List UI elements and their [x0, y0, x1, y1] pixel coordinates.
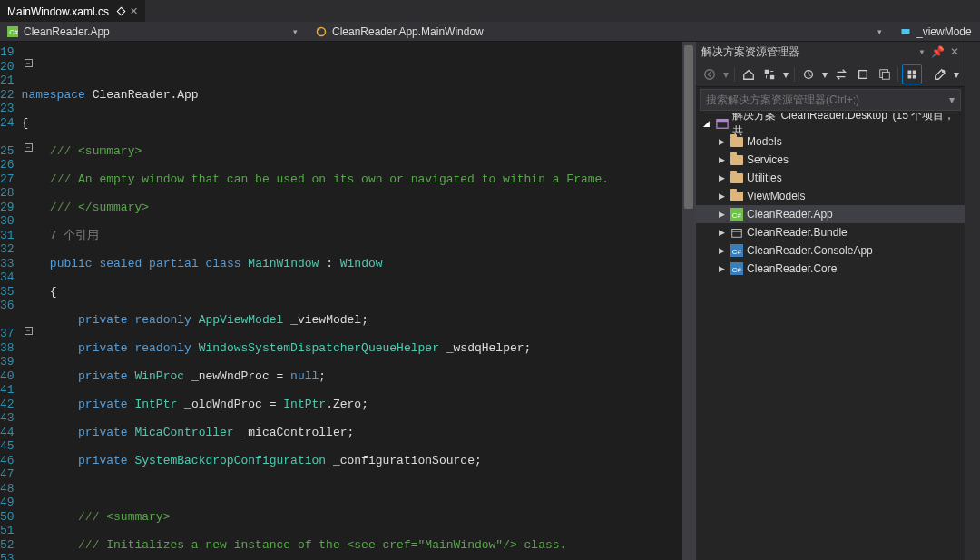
solution-tree[interactable]: ◢ 解决方案 'CleanReader.Desktop' (15 个项目，共 ▶…: [696, 113, 965, 560]
sync-with-active-document-icon[interactable]: [831, 64, 851, 84]
tree-folder[interactable]: ▶ Services: [696, 151, 965, 169]
expand-toggle[interactable]: ▶: [716, 155, 727, 164]
svg-rect-11: [882, 72, 889, 79]
tab-label: MainWindow.xaml.cs: [7, 5, 109, 18]
expand-toggle[interactable]: ▶: [716, 173, 727, 182]
dropdown-icon[interactable]: ▾: [952, 64, 961, 84]
svg-rect-21: [732, 230, 742, 238]
package-project-icon: [730, 226, 743, 239]
collapse-all-icon[interactable]: [875, 64, 895, 84]
pin-icon[interactable]: [117, 7, 126, 16]
folder-icon: [730, 192, 743, 201]
svg-rect-12: [908, 70, 912, 74]
folder-icon: [730, 155, 743, 165]
dropdown-icon[interactable]: ▾: [949, 93, 955, 106]
search-input[interactable]: [706, 93, 949, 106]
dropdown-icon[interactable]: ▾: [820, 64, 829, 84]
expand-toggle[interactable]: ◢: [701, 119, 712, 128]
dropdown-icon[interactable]: ▾: [781, 64, 790, 84]
library-project-icon: C#: [730, 262, 743, 275]
expand-toggle[interactable]: ▶: [716, 192, 727, 201]
svg-rect-7: [770, 74, 774, 78]
home-icon[interactable]: [739, 64, 759, 84]
tree-folder[interactable]: ▶ ViewModels: [696, 187, 965, 205]
svg-rect-9: [858, 70, 867, 78]
panel-title-bar[interactable]: 解决方案资源管理器 ▼ 📌 ✕: [696, 42, 965, 62]
pending-changes-filter-icon[interactable]: [799, 64, 818, 84]
dropdown-icon[interactable]: ▾: [721, 64, 730, 84]
svg-rect-6: [765, 69, 769, 73]
class-icon: [316, 26, 327, 37]
show-all-files-icon[interactable]: [902, 64, 922, 84]
tree-folder[interactable]: ▶ Utilities: [696, 169, 965, 187]
tree-project[interactable]: ▶ C# CleanReader.ConsoleApp: [696, 241, 965, 260]
csharp-project-icon: C#: [730, 208, 743, 221]
svg-point-16: [942, 69, 946, 73]
solution-node[interactable]: ◢ 解决方案 'CleanReader.Desktop' (15 个项目，共: [696, 114, 965, 133]
close-icon[interactable]: ✕: [130, 5, 138, 17]
field-icon: [900, 26, 911, 37]
svg-text:C#: C#: [732, 248, 742, 256]
refresh-icon[interactable]: [853, 64, 873, 84]
panel-title: 解决方案资源管理器: [701, 44, 799, 60]
chevron-down-icon[interactable]: ▾: [289, 27, 301, 36]
navigation-bar: C# CleanReader.App ▾ CleanReader.App.Mai…: [0, 22, 980, 42]
code-content[interactable]: namespace CleanReader.App { /// <summary…: [22, 42, 695, 560]
svg-text:C#: C#: [732, 211, 742, 220]
nav-member[interactable]: _viewMode: [893, 22, 980, 41]
svg-rect-14: [908, 74, 912, 78]
close-icon[interactable]: ✕: [950, 45, 959, 58]
auto-hide-pin-icon[interactable]: 📌: [931, 45, 945, 58]
expand-toggle[interactable]: ▶: [716, 264, 727, 273]
svg-text:C#: C#: [9, 28, 18, 36]
document-tab[interactable]: MainWindow.xaml.cs ✕: [0, 0, 145, 22]
collapsed-panels-strip[interactable]: [965, 42, 980, 560]
chevron-down-icon[interactable]: ▾: [873, 27, 886, 36]
expand-toggle[interactable]: ▶: [716, 137, 727, 146]
csharp-project-icon: C#: [7, 26, 18, 37]
code-editor[interactable]: 19 20 21 22 23 24 25 26 27 28 29 30 31 3…: [0, 42, 695, 560]
solution-icon: [716, 117, 729, 130]
folder-icon: [730, 137, 743, 147]
document-tab-bar: MainWindow.xaml.cs ✕: [0, 0, 980, 22]
properties-icon[interactable]: [930, 64, 950, 84]
switch-views-icon[interactable]: [760, 64, 780, 84]
svg-rect-4: [902, 29, 910, 34]
svg-point-3: [318, 27, 320, 30]
tree-project[interactable]: ▶ CleanReader.Bundle: [696, 223, 965, 241]
solution-explorer-panel: 解决方案资源管理器 ▼ 📌 ✕ ▾ ▾ ▾: [695, 42, 965, 560]
expand-toggle[interactable]: ▶: [716, 210, 727, 219]
svg-point-5: [705, 69, 715, 79]
svg-rect-13: [913, 70, 916, 74]
expand-toggle[interactable]: ▶: [716, 246, 727, 255]
nav-class[interactable]: CleanReader.App.MainWindow ▾: [309, 22, 893, 41]
tree-project[interactable]: ▶ C# CleanReader.App: [696, 205, 965, 223]
back-icon[interactable]: [700, 64, 720, 84]
expand-toggle[interactable]: ▶: [716, 228, 727, 237]
svg-rect-18: [717, 120, 728, 123]
svg-text:C#: C#: [732, 266, 742, 274]
console-project-icon: C#: [730, 244, 743, 257]
window-position-icon[interactable]: ▼: [918, 48, 926, 56]
tree-project[interactable]: ▶ C# CleanReader.Core: [696, 260, 965, 278]
panel-search[interactable]: ▾: [700, 89, 961, 111]
svg-rect-15: [913, 74, 916, 78]
folder-icon: [730, 173, 743, 183]
nav-project[interactable]: C# CleanReader.App ▾: [0, 22, 309, 41]
panel-toolbar: ▾ ▾ ▾ ▾: [696, 62, 965, 87]
line-number-gutter: 19 20 21 22 23 24 25 26 27 28 29 30 31 3…: [0, 42, 22, 560]
